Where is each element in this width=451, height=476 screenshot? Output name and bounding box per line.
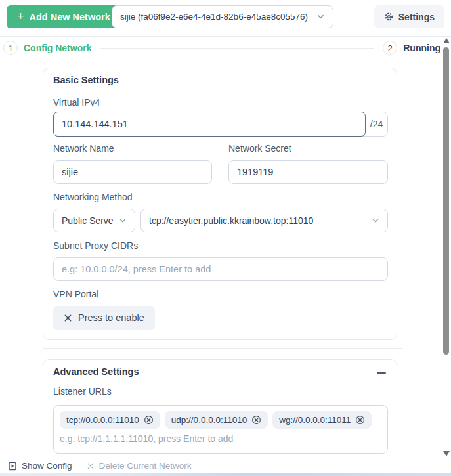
delete-current-network-label: Delete Current Network: [99, 461, 192, 471]
chevron-down-icon: [372, 217, 379, 225]
top-toolbar: + Add New Network sijie (fa06f9e2-e6e4-4…: [0, 0, 451, 37]
virtual-ipv4-group: /24: [53, 112, 388, 137]
step-indicator: 1 Config Network 2 Running: [0, 37, 440, 59]
x-icon: [64, 314, 72, 322]
chevron-down-icon: [119, 217, 127, 225]
bottom-edge-strip: [0, 473, 451, 476]
show-config-label: Show Config: [22, 461, 72, 471]
step-connector-line: [100, 48, 374, 49]
listener-url-chip-label: udp://0.0.0.0:11010: [171, 415, 247, 425]
network-secret-input[interactable]: [228, 160, 388, 184]
virtual-ipv4-suffix: /24: [366, 112, 387, 136]
listener-url-chip: wg://0.0.0.0:11011: [272, 411, 372, 429]
plus-icon: +: [17, 11, 24, 22]
public-server-value: tcp://easytier.public.kkrainbow.top:1101…: [149, 215, 366, 226]
show-config-icon: [8, 462, 17, 471]
step-2-number: 2: [388, 43, 393, 53]
vpn-portal-label: VPN Portal: [53, 289, 98, 299]
delete-current-network-button[interactable]: Delete Current Network: [87, 461, 192, 471]
subnet-proxy-input[interactable]: [53, 257, 388, 281]
remove-chip-icon[interactable]: [251, 415, 261, 425]
gear-icon: [384, 12, 394, 22]
public-server-select[interactable]: tcp://easytier.public.kkrainbow.top:1101…: [140, 209, 388, 232]
basic-settings-title: Basic Settings: [53, 75, 119, 85]
networking-method-select[interactable]: Public Server: [53, 209, 135, 232]
advanced-settings-card: Advanced Settings Listener URLs tcp://0.…: [43, 359, 397, 464]
advanced-settings-title: Advanced Settings: [53, 366, 139, 377]
virtual-ipv4-label: Virtual IPv4: [53, 97, 100, 108]
remove-chip-icon[interactable]: [355, 415, 365, 425]
subnet-proxy-label: Subnet Proxy CIDRs: [53, 240, 138, 251]
listener-urls-chips-box[interactable]: tcp://0.0.0.0:11010 udp://0.0.0.0:11010: [53, 405, 388, 454]
add-new-network-button[interactable]: + Add New Network: [7, 5, 121, 28]
network-select-value: sijie (fa06f9e2-e6e4-4e1d-82b6-e45ae8c05…: [120, 12, 311, 22]
step-2-circle[interactable]: 2: [383, 41, 397, 55]
step-1-circle[interactable]: 1: [3, 41, 18, 55]
vertical-scrollbar[interactable]: [442, 38, 450, 458]
collapse-section-button[interactable]: [376, 368, 387, 378]
listener-url-chip-label: wg://0.0.0.0:11011: [279, 415, 351, 425]
vpn-portal-enable-button[interactable]: Press to enable: [53, 306, 155, 330]
remove-chip-icon[interactable]: [144, 415, 154, 425]
step-2-label: Running: [403, 43, 440, 53]
chevron-down-icon: [316, 12, 325, 21]
network-name-input[interactable]: [53, 160, 212, 184]
listener-url-chip: tcp://0.0.0.0:11010: [60, 411, 160, 429]
listener-urls-input[interactable]: [60, 433, 381, 444]
show-config-button[interactable]: Show Config: [8, 461, 72, 471]
networking-method-label: Networking Method: [53, 192, 133, 202]
listener-chips-row: tcp://0.0.0.0:11010 udp://0.0.0.0:11010: [60, 411, 381, 429]
add-new-network-label: Add New Network: [30, 12, 110, 22]
scroll-down-arrow-icon[interactable]: [443, 451, 450, 456]
scroll-up-arrow-icon[interactable]: [443, 38, 450, 43]
x-icon: [87, 462, 95, 470]
step-1-label: Config Network: [24, 43, 91, 53]
step-1-number: 1: [8, 43, 12, 53]
networking-method-value: Public Server: [62, 215, 114, 226]
network-select[interactable]: sijie (fa06f9e2-e6e4-4e1d-82b6-e45ae8c05…: [112, 5, 333, 28]
listener-urls-label: Listener URLs: [53, 386, 112, 397]
scrollbar-thumb[interactable]: [443, 47, 449, 355]
minus-icon: [377, 372, 386, 374]
settings-button[interactable]: Settings: [374, 5, 444, 28]
section-divider: [43, 348, 402, 349]
virtual-ipv4-input[interactable]: [53, 112, 366, 137]
footer-bar: Show Config Delete Current Network: [0, 458, 451, 473]
vpn-portal-enable-label: Press to enable: [78, 313, 144, 323]
listener-url-chip-label: tcp://0.0.0.0:11010: [66, 415, 139, 425]
network-name-label: Network Name: [53, 143, 114, 154]
settings-label: Settings: [398, 12, 435, 22]
basic-settings-card: Basic Settings Virtual IPv4 /24 Network …: [43, 68, 397, 340]
listener-url-chip: udp://0.0.0.0:11010: [165, 411, 268, 429]
network-config-page: + Add New Network sijie (fa06f9e2-e6e4-4…: [0, 0, 451, 476]
network-secret-label: Network Secret: [228, 143, 291, 154]
